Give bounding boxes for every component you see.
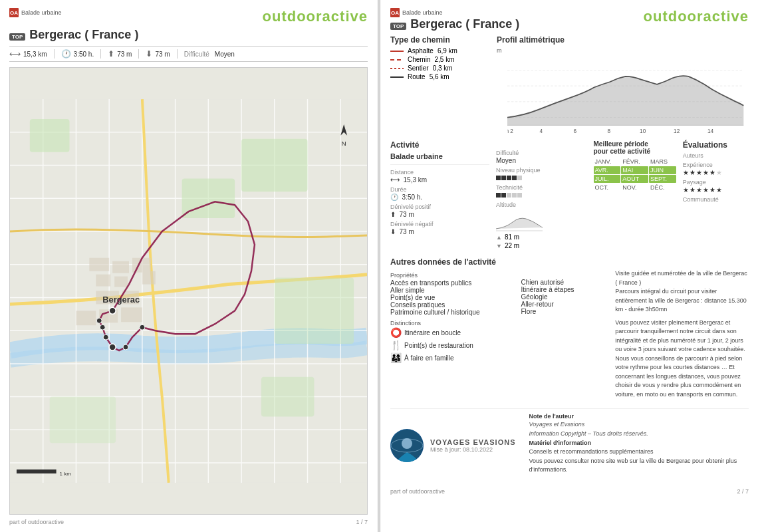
prop-conseils: Conseils pratiques — [390, 301, 512, 309]
svg-text:10: 10 — [640, 128, 646, 134]
author-update: Mise à jour: 08.10.2022 — [430, 446, 515, 453]
svg-rect-22 — [30, 119, 70, 152]
autres-title: Autres données de l'activité — [390, 257, 749, 267]
month-sept: SEPT. — [649, 175, 676, 183]
activite-distance-label: Distance — [390, 169, 489, 176]
difficulty-label-1: Difficulté — [184, 51, 209, 58]
experience-stars: ★★★★★★ — [683, 169, 749, 176]
month-oct: OCT. — [594, 184, 621, 192]
svg-rect-49 — [17, 469, 57, 473]
month-avr: AVR. — [594, 166, 621, 174]
niveau-dots — [496, 176, 522, 180]
dot-5 — [517, 176, 522, 180]
autres-donnees-section: Autres données de l'activité Propriétés … — [390, 257, 749, 408]
month-nov: NOV. — [621, 184, 648, 192]
svg-text:Bergerac: Bergerac — [102, 295, 140, 305]
famille-icon: 👨‍👩‍👧 — [390, 352, 402, 363]
chemin-row-route: Route 5,6 km — [390, 73, 483, 80]
svg-point-46 — [140, 325, 145, 330]
svg-rect-36 — [76, 311, 96, 325]
autres-right-values: Chien autorisé Itinéraire à étapes Géolo… — [521, 269, 606, 403]
page-1: OA Balade urbaine outdooractive TOPBerge… — [0, 0, 377, 532]
months-grid: JANV. FÉVR. MARS AVR. MAI JUIN JUIL. AOÛ… — [594, 158, 676, 192]
dot-3 — [507, 176, 511, 180]
eval-title: Évaluations — [683, 140, 749, 150]
desc-para2: Vous pouvez visiter pleinement Bergerac … — [615, 319, 749, 400]
svg-text:km 2: km 2 — [507, 128, 513, 134]
tdot-4 — [512, 193, 517, 198]
chemin-row-chemin: Chemin 2,5 km — [390, 56, 483, 63]
tdot-1 — [496, 193, 501, 198]
proprietes-label: Propriétés — [390, 272, 512, 279]
profil-section: Profil altimétrique m 80 60 40 20 — [497, 35, 749, 134]
communaute-label: Communauté — [683, 196, 749, 203]
val-retour: Aller-retour — [521, 301, 606, 308]
paysage-stars: ★★★★★★ — [683, 186, 749, 194]
val-itineraire: Itinéraire à étapes — [521, 286, 606, 293]
altitude-label: Altitude — [496, 201, 587, 208]
distance-value-1: 15,3 km — [23, 51, 47, 58]
copyright-label: Information Copyright – Tous droits rése… — [529, 430, 749, 437]
month-juil: JUIL. — [594, 175, 621, 183]
svg-rect-27 — [50, 397, 116, 444]
val-chien: Chien autorisé — [521, 279, 606, 286]
svg-rect-38 — [121, 307, 142, 322]
svg-rect-26 — [261, 377, 315, 417]
svg-point-43 — [100, 325, 105, 330]
tdot-3 — [507, 193, 511, 198]
page1-footer: part of outdooractive 1 / 7 — [9, 519, 368, 525]
brand-icon-1: OA — [9, 8, 19, 17]
top-badge-2: TOP — [390, 23, 406, 30]
stats-bar-1: ⟷ 15,3 km 🕐 3:50 h. ⬆ 73 m ⬇ 73 m Diffic… — [9, 46, 368, 62]
author-box: VOYAGES EVASIONS Mise à jour: 08.10.2022… — [390, 408, 749, 479]
chemin-label-sentier: Sentier — [408, 65, 429, 72]
chemin-line-asphalte — [390, 51, 404, 52]
author-logo — [390, 429, 424, 462]
type-chemin-section: Type de chemin Asphalte 6,9 km Chemin 2,… — [390, 35, 483, 134]
activite-dpos-label: Dénivelé positif — [390, 203, 489, 210]
tour-name-1: Bergerac ( France ) — [29, 28, 138, 41]
svg-rect-23 — [241, 139, 307, 192]
brand-icon-2: OA — [390, 8, 400, 17]
restauration-icon: 🍴 — [390, 340, 402, 350]
page2-header: OA Balade urbaine TOPBergerac ( France )… — [390, 8, 749, 33]
activity-main: Activité Balade urbaine Distance ⟷ 15,3 … — [390, 140, 489, 251]
chemin-label-asphalte: Asphalte — [408, 47, 434, 55]
profil-y-label: m — [497, 47, 502, 54]
alt-min-row: ▼ 22 m — [496, 242, 587, 249]
chemin-label-chemin: Chemin — [408, 56, 430, 63]
svg-rect-24 — [182, 178, 235, 218]
tech-value — [496, 192, 587, 199]
tour-name-2: Bergerac ( France ) — [410, 17, 519, 31]
month-aout: AOÛT — [621, 175, 648, 183]
svg-rect-31 — [96, 275, 110, 287]
svg-rect-25 — [275, 278, 354, 344]
boucle-label: Itinéraire en boucle — [404, 329, 461, 336]
meilleure-periode: Meilleure périodepour cette activité JAN… — [594, 140, 676, 251]
chemin-profil-section: Type de chemin Asphalte 6,9 km Chemin 2,… — [390, 35, 749, 134]
distinction-famille: 👨‍👩‍👧 À faire en famille — [390, 352, 512, 363]
chemin-row-asphalte: Asphalte 6,9 km — [390, 47, 483, 55]
svg-rect-29 — [112, 261, 129, 273]
experience-label: Expérience — [683, 162, 749, 168]
alt-max-value: 81 m — [505, 233, 519, 241]
elev-pos-icon-1: ⬆ — [108, 49, 114, 59]
elev-pos-value-1: 73 m — [117, 51, 132, 58]
dot-4 — [512, 176, 517, 180]
tech-dots — [496, 193, 522, 198]
svg-text:4: 4 — [540, 128, 543, 134]
stat-elev-neg-1: ⬇ 73 m — [139, 49, 177, 59]
stat-difficulty-1: Difficulté Moyen — [178, 51, 241, 58]
star-empty-1: ★ — [716, 169, 723, 176]
dot-1 — [496, 176, 501, 180]
elev-neg-value-1: 73 m — [155, 51, 170, 58]
restauration-label: Point(s) de restauration — [404, 342, 473, 349]
val-flore: Flore — [521, 308, 606, 315]
activite-dpos-val: ⬆ 73 m — [390, 211, 489, 218]
svg-text:N: N — [342, 140, 346, 147]
val-geologie: Géologie — [521, 293, 606, 301]
activite-title: Activité — [390, 140, 489, 150]
svg-text:6: 6 — [574, 128, 577, 134]
tdot-2 — [501, 193, 506, 198]
page-2: OA Balade urbaine TOPBergerac ( France )… — [381, 0, 758, 532]
